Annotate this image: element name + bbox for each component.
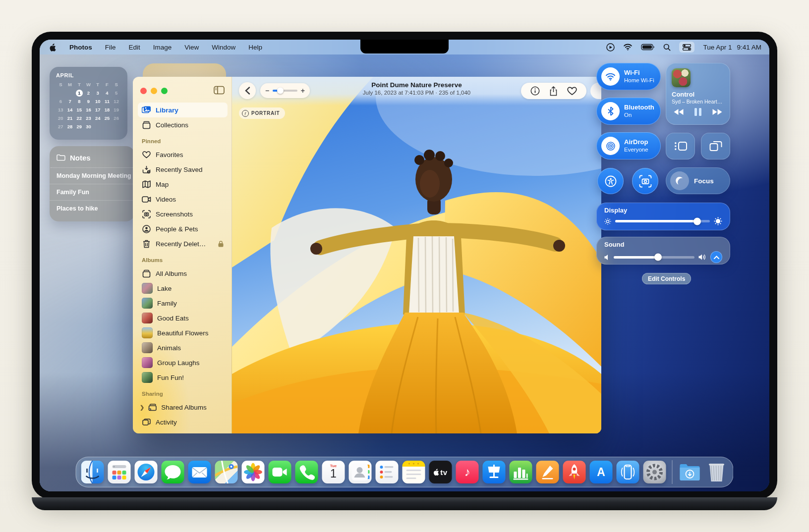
sidebar-item-videos[interactable]: Videos	[138, 192, 228, 207]
notes-item[interactable]: Family Fun	[50, 184, 135, 201]
dock-icon-iphone-mirroring[interactable]	[617, 461, 639, 483]
sidebar-item-favorites[interactable]: Favorites	[138, 147, 228, 162]
sidebar-item-map[interactable]: Map	[138, 177, 228, 192]
dock-icon-calendar[interactable]: Tue 1	[322, 461, 345, 483]
sound-output-button[interactable]	[710, 251, 722, 263]
sidebar-item-album-animals[interactable]: Animals	[138, 340, 228, 355]
dock-icon-rocket[interactable]	[563, 461, 586, 483]
sidebar-item-collections[interactable]: Collections	[138, 117, 228, 132]
pause-button[interactable]	[694, 108, 701, 116]
now-playing-icon[interactable]	[606, 42, 615, 53]
sidebar-item-album-lake[interactable]: Lake	[138, 281, 228, 296]
zoom-track[interactable]	[273, 90, 297, 92]
menu-bar-date[interactable]: Tue Apr 1	[703, 44, 732, 51]
apple-menu[interactable]	[50, 42, 57, 53]
dock-icon-app-store[interactable]: A	[590, 461, 613, 483]
sidebar-item-album-fun-fun[interactable]: Fun Fun!	[138, 370, 228, 385]
sound-slider-knob[interactable]	[654, 254, 662, 261]
dock-icon-music[interactable]: ♪	[456, 461, 479, 483]
music-widget[interactable]: Control Syd – Broken Heart…	[666, 63, 730, 125]
dock-icon-phone[interactable]	[295, 461, 318, 483]
dock-icon-contacts[interactable]	[349, 461, 372, 483]
airdrop-control[interactable]: AirDrop Everyone	[596, 132, 661, 160]
sidebar-item-screenshots[interactable]: Screenshots	[138, 207, 228, 221]
music-subtitle: Syd – Broken Heart…	[672, 99, 724, 105]
menu-file[interactable]: File	[105, 44, 116, 51]
sidebar-item-recently-saved[interactable]: Recently Saved	[138, 162, 228, 177]
minimize-button[interactable]	[151, 88, 157, 94]
sidebar-item-album-group-laughs[interactable]: Group Laughs	[138, 355, 228, 370]
menu-help[interactable]: Help	[248, 44, 262, 51]
dock-icon-photos[interactable]	[242, 461, 265, 483]
close-button[interactable]	[140, 88, 147, 94]
menu-image[interactable]: Image	[153, 44, 172, 51]
album-thumbnail	[142, 283, 153, 294]
sidebar-item-library[interactable]: Library	[138, 103, 228, 117]
display-slider-knob[interactable]	[693, 217, 701, 225]
dock-icon-safari[interactable]	[135, 461, 158, 483]
dock-icon-notes[interactable]	[403, 461, 425, 483]
sidebar-toggle-icon[interactable]	[214, 86, 225, 95]
sidebar-item-album-good-eats[interactable]: Good Eats	[138, 311, 228, 325]
wifi-control[interactable]: Wi-Fi Home Wi-Fi	[596, 63, 661, 90]
zoom-slider[interactable]: − +	[260, 83, 310, 98]
dock-icon-pages[interactable]	[536, 461, 559, 483]
menu-window[interactable]: Window	[212, 44, 235, 51]
dock-icon-downloads[interactable]	[679, 461, 701, 483]
dock-icon-keynote[interactable]	[483, 461, 506, 483]
fast-forward-button[interactable]	[712, 109, 722, 115]
dock-icon-messages[interactable]	[162, 461, 184, 483]
notes-item[interactable]: Monday Morning Meeting	[50, 168, 135, 184]
zoom-in-icon[interactable]: +	[301, 87, 305, 94]
zoom-out-icon[interactable]: −	[265, 87, 269, 94]
sidebar-item-people-pets[interactable]: People & Pets	[138, 221, 228, 236]
notes-item[interactable]: Places to hike	[50, 201, 135, 216]
menu-view[interactable]: View	[184, 44, 199, 51]
info-button[interactable]	[530, 86, 540, 97]
sidebar-item-activity[interactable]: Activity	[138, 415, 228, 429]
stage-manager-button[interactable]	[666, 133, 695, 160]
screenshot-button[interactable]	[632, 168, 658, 194]
dock-icon-maps[interactable]	[215, 461, 238, 483]
edit-controls-button[interactable]: Edit Controls	[642, 273, 691, 284]
dock-icon-facetime[interactable]	[269, 461, 291, 483]
sidebar-item-album-beautiful-flowers[interactable]: Beautiful Flowers	[138, 325, 228, 340]
menu-edit[interactable]: Edit	[129, 44, 140, 51]
focus-control[interactable]: Focus	[666, 167, 730, 194]
notes-widget[interactable]: Notes Monday Morning Meeting Family Fun …	[50, 146, 135, 221]
share-button[interactable]	[549, 86, 558, 97]
sidebar-item-recently-deleted[interactable]: Recently Delet…	[138, 236, 228, 251]
favorite-heart-button[interactable]	[567, 86, 577, 97]
menu-app-name[interactable]: Photos	[69, 44, 92, 51]
sound-slider[interactable]	[614, 256, 694, 259]
control-center-icon[interactable]	[679, 42, 694, 53]
dock-icon-system-settings[interactable]	[643, 461, 666, 483]
wifi-status-icon[interactable]	[623, 42, 633, 53]
dock-icon-trash[interactable]	[705, 461, 728, 483]
dock-icon-reminders[interactable]	[376, 461, 399, 483]
zoom-knob[interactable]	[277, 88, 284, 94]
battery-icon[interactable]	[641, 42, 655, 53]
dock-icon-finder[interactable]	[81, 461, 104, 483]
calendar-widget[interactable]: APRIL SMTWTFS123456789101112131415161718…	[50, 67, 127, 140]
accessibility-button[interactable]	[597, 168, 624, 194]
bluetooth-control[interactable]: Bluetooth On	[596, 98, 661, 125]
sound-slider-fill	[614, 256, 658, 259]
sidebar-item-shared-albums[interactable]: ❯ Shared Albums	[138, 400, 228, 415]
display-slider[interactable]	[615, 220, 710, 222]
dock-icon-numbers[interactable]	[510, 461, 532, 483]
dock-icon-launchpad[interactable]	[108, 461, 131, 483]
sidebar-item-album-family[interactable]: Family	[138, 296, 228, 311]
dock-icon-mail[interactable]	[188, 461, 211, 483]
spotlight-icon[interactable]	[663, 42, 671, 53]
zoom-window-button[interactable]	[161, 88, 168, 94]
rewind-button[interactable]	[674, 109, 684, 115]
sidebar-item-label: Good Eats	[157, 315, 189, 322]
sidebar-item-all-albums[interactable]: All Albums	[138, 266, 228, 281]
dock-icon-tv[interactable]: tv	[429, 461, 452, 483]
screen-mirroring-button[interactable]	[701, 133, 730, 160]
chevron-right-icon[interactable]: ❯	[140, 404, 144, 411]
menu-bar-time[interactable]: 9:41 AM	[737, 44, 761, 51]
back-button[interactable]	[239, 82, 256, 99]
tv-logo-text: tv	[440, 468, 447, 477]
